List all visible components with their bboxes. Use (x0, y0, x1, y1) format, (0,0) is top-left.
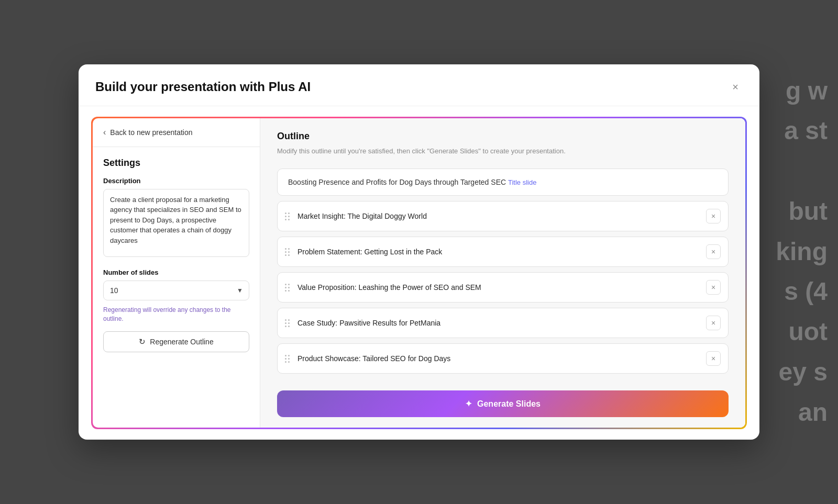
remove-item-button[interactable]: × (706, 280, 721, 295)
drag-handle-icon[interactable] (285, 212, 292, 220)
sidebar: ‹ Back to new presentation Settings Desc… (93, 118, 260, 428)
drag-handle-icon[interactable] (285, 284, 292, 292)
outline-title: Outline (277, 131, 729, 142)
description-textarea[interactable]: Create a client proposal for a marketing… (103, 189, 249, 257)
modal-overlay: g wa stbutkings (4uotey san Build your p… (0, 0, 838, 504)
close-button[interactable]: × (728, 79, 743, 95)
content-inner: ‹ Back to new presentation Settings Desc… (93, 118, 745, 428)
outline-panel: Outline Modify this outline until you're… (260, 118, 745, 428)
description-label: Description (103, 177, 249, 185)
refresh-icon: ↻ (139, 337, 146, 346)
regenerate-label: Regenerate Outline (150, 338, 213, 346)
drag-handle-icon[interactable] (285, 319, 292, 327)
regenerate-outline-button[interactable]: ↻ Regenerate Outline (103, 331, 249, 352)
generate-label: Generate Slides (477, 399, 541, 409)
regenerate-note: Regenerating will override any changes t… (103, 306, 249, 323)
modal-body: ‹ Back to new presentation Settings Desc… (79, 106, 759, 440)
slides-label: Number of slides (103, 268, 249, 276)
outline-item-text: Market Insight: The Digital Doggy World (297, 212, 701, 220)
outline-item-text: Case Study: Pawsitive Results for PetMan… (297, 319, 701, 327)
outline-item-text: Value Proposition: Leashing the Power of… (297, 283, 701, 292)
outline-header: Outline Modify this outline until you're… (260, 118, 745, 165)
list-item: Product Showcase: Tailored SEO for Dog D… (277, 343, 729, 374)
remove-item-button[interactable]: × (706, 209, 721, 223)
title-slide-text: Boosting Presence and Profits for Dog Da… (288, 178, 536, 186)
outline-footer: ✦ Generate Slides (260, 382, 745, 428)
back-button-label: Back to new presentation (110, 128, 192, 137)
modal: Build your presentation with Plus AI × ‹… (79, 64, 759, 440)
remove-item-button[interactable]: × (706, 316, 721, 330)
sidebar-content: Settings Description Create a client pro… (93, 147, 260, 428)
remove-item-button[interactable]: × (706, 351, 721, 366)
gradient-border-wrapper: ‹ Back to new presentation Settings Desc… (91, 117, 747, 430)
drag-handle-icon[interactable] (285, 355, 292, 363)
chevron-left-icon: ‹ (103, 128, 106, 137)
slides-select-wrapper: 5 7 10 12 15 20 ▼ (103, 281, 249, 300)
background-text: g wa stbutkings (4uotey san (776, 71, 838, 433)
outline-item-text: Product Showcase: Tailored SEO for Dog D… (297, 354, 701, 363)
generate-slides-button[interactable]: ✦ Generate Slides (277, 390, 729, 417)
title-slide-item: Boosting Presence and Profits for Dog Da… (277, 169, 729, 196)
back-button[interactable]: ‹ Back to new presentation (93, 118, 260, 147)
drag-handle-icon[interactable] (285, 248, 292, 256)
list-item: Problem Statement: Getting Lost in the P… (277, 237, 729, 267)
list-item: Case Study: Pawsitive Results for PetMan… (277, 308, 729, 338)
outline-subtitle: Modify this outline until you're satisfi… (277, 146, 729, 156)
settings-title: Settings (103, 158, 249, 169)
list-item: Market Insight: The Digital Doggy World … (277, 201, 729, 231)
modal-title: Build your presentation with Plus AI (95, 80, 311, 94)
slides-select[interactable]: 5 7 10 12 15 20 (103, 281, 249, 300)
sparkle-icon: ✦ (465, 399, 472, 409)
list-item: Value Proposition: Leashing the Power of… (277, 272, 729, 303)
outline-item-text: Problem Statement: Getting Lost in the P… (297, 248, 701, 256)
remove-item-button[interactable]: × (706, 244, 721, 259)
title-slide-badge: Title slide (508, 178, 536, 186)
modal-header: Build your presentation with Plus AI × (79, 64, 759, 106)
outline-items: Boosting Presence and Profits for Dog Da… (260, 164, 745, 382)
